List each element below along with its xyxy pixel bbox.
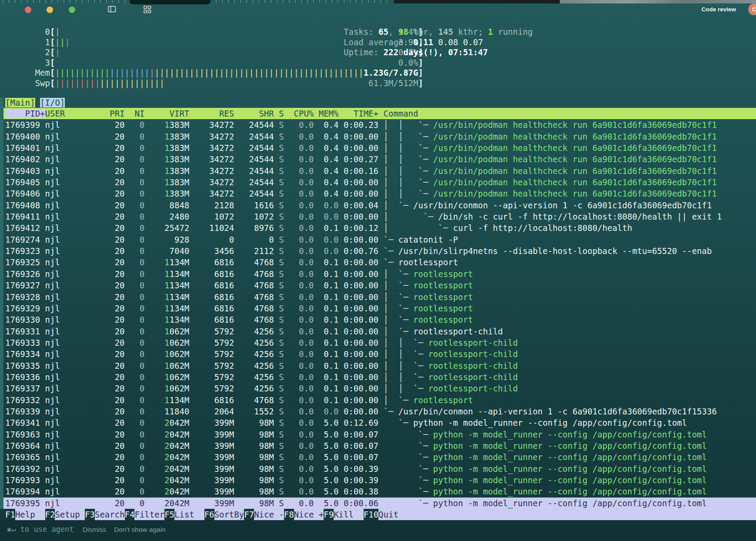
fnlabel-sortby[interactable]: SortBy <box>214 509 244 520</box>
fnlabel-filter[interactable]: Filter <box>134 509 164 520</box>
fnlabel-nice-[interactable]: Nice + <box>294 509 324 520</box>
column-header-mem[interactable]: MEM% <box>314 109 338 118</box>
column-header-command[interactable]: Command <box>378 109 418 118</box>
fnkey-f2[interactable]: F2 <box>45 509 55 520</box>
process-row[interactable]: 1769405 njl 20 0 1383M 34272 24544 S 0.0… <box>0 177 756 188</box>
process-row[interactable]: 1769364 njl 20 0 2042M 399M 98M S 0.0 5.… <box>0 440 756 451</box>
cell-user: njl <box>45 304 95 313</box>
process-row[interactable]: 1769325 njl 20 0 1134M 6816 4768 S 0.0 0… <box>0 257 756 268</box>
cell-user: njl <box>45 246 95 256</box>
app-grid-icon[interactable] <box>144 6 151 15</box>
process-row[interactable]: 1769363 njl 20 0 2042M 399M 98M S 0.0 5.… <box>0 429 756 440</box>
process-row[interactable]: 1769336 njl 20 0 1062M 5792 4256 S 0.0 0… <box>0 371 756 383</box>
column-header-user[interactable]: USER <box>45 109 95 118</box>
fnkey-f6[interactable]: F6 <box>204 509 214 520</box>
dismiss-button[interactable]: Dismiss <box>83 526 106 533</box>
process-row[interactable]: 1769399 njl 20 0 1383M 34272 24544 S 0.0… <box>0 119 756 130</box>
process-row[interactable]: 1769402 njl 20 0 1383M 34272 24544 S 0.0… <box>0 154 756 165</box>
cell-user: njl <box>45 372 95 382</box>
fnlabel-kill[interactable]: Kill <box>334 509 364 520</box>
process-row[interactable]: 1769330 njl 20 0 1134M 6816 4768 S 0.0 0… <box>0 314 756 325</box>
fnkey-f5[interactable]: F5 <box>164 509 174 520</box>
process-row[interactable]: 1769394 njl 20 0 2042M 399M 98M S 0.0 5.… <box>0 486 756 497</box>
minimize-button[interactable] <box>47 7 53 13</box>
process-row[interactable]: 1769335 njl 20 0 1062M 5792 4256 S 0.0 0… <box>0 360 756 371</box>
cell-state: S <box>274 475 284 485</box>
cell-pid: 1769400 <box>5 132 45 141</box>
process-row[interactable]: 1769412 njl 20 0 25472 11024 8976 S 0.0 … <box>0 222 756 234</box>
process-row[interactable]: 1769408 njl 20 0 8848 2128 1616 S 0.0 0.… <box>0 200 756 211</box>
column-header-shr[interactable]: SHR <box>234 109 274 118</box>
zoom-button[interactable] <box>69 7 75 13</box>
process-row[interactable]: 1769331 njl 20 0 1062M 5792 4256 S 0.0 0… <box>0 326 756 337</box>
meter-value: 1.23G/7.87G <box>364 68 418 77</box>
cell-tree: │ │ `─ <box>383 120 433 130</box>
process-row[interactable]: 1769411 njl 20 0 2480 1072 1072 S 0.0 0.… <box>0 211 756 222</box>
cell-mem: 0.1 <box>314 281 338 290</box>
fnlabel-list[interactable]: List <box>174 509 204 520</box>
tab-io[interactable]: [I/O] <box>40 98 65 107</box>
cell-virt: 062M <box>170 349 190 359</box>
cell-cpu: 0.0 <box>284 120 314 130</box>
fnkey-f4[interactable]: F4 <box>125 509 135 520</box>
cell-command: rootlessport <box>413 304 473 313</box>
column-header-state[interactable]: S <box>274 109 284 118</box>
cell-command: rootlessport <box>398 257 458 267</box>
close-button[interactable] <box>25 7 31 13</box>
column-header-cpu[interactable]: CPU% <box>284 109 314 118</box>
process-row[interactable]: 1769326 njl 20 0 1134M 6816 4768 S 0.0 0… <box>0 268 756 280</box>
fnkey-f8[interactable]: F8 <box>284 509 294 520</box>
process-row[interactable]: 1769337 njl 20 0 1062M 5792 4256 S 0.0 0… <box>0 383 756 394</box>
code-review-badge[interactable]: C <box>749 4 756 14</box>
process-row[interactable]: 1769400 njl 20 0 1383M 34272 24544 S 0.0… <box>0 131 756 142</box>
process-row[interactable]: 1769403 njl 20 0 1383M 34272 24544 S 0.0… <box>0 165 756 177</box>
fnkey-f9[interactable]: F9 <box>324 509 334 520</box>
process-row[interactable]: 1769334 njl 20 0 1062M 5792 4256 S 0.0 0… <box>0 348 756 360</box>
column-header-ni[interactable]: NI <box>125 109 145 118</box>
column-header-res[interactable]: RES <box>189 109 234 118</box>
cell-shr: 8976 <box>234 223 274 233</box>
fnkey-f7[interactable]: F7 <box>244 509 254 520</box>
process-row[interactable]: 1769333 njl 20 0 1062M 5792 4256 S 0.0 0… <box>0 337 756 348</box>
cell-res: 5792 <box>189 372 234 382</box>
process-row[interactable]: 1769327 njl 20 0 1134M 6816 4768 S 0.0 0… <box>0 280 756 291</box>
process-row[interactable]: 1769328 njl 20 0 1134M 6816 4768 S 0.0 0… <box>0 291 756 303</box>
cell-shr: 4256 <box>234 361 274 371</box>
fnkey-f10[interactable]: F10 <box>364 509 378 520</box>
fnkey-f3[interactable]: F3 <box>85 509 95 520</box>
code-review-label[interactable]: Code review <box>701 6 736 13</box>
fnlabel-search[interactable]: Search <box>95 509 125 520</box>
process-row[interactable]: 1769332 njl 20 0 1134M 6816 4768 S 0.0 0… <box>0 394 756 406</box>
process-row[interactable]: 1769323 njl 20 0 7040 3456 2112 S 0.0 0.… <box>0 245 756 257</box>
fnlabel-nice-[interactable]: Nice - <box>254 509 284 520</box>
sidebar-toggle-icon[interactable] <box>108 6 116 14</box>
fnlabel-setup[interactable]: Setup <box>55 509 85 520</box>
process-row[interactable]: 1769392 njl 20 0 2042M 399M 98M S 0.0 5.… <box>0 463 756 474</box>
process-row-selected[interactable]: 1769395 njl 20 0 2042M 399M 98M S 0.0 5.… <box>0 498 756 509</box>
process-row[interactable]: 1769393 njl 20 0 2042M 399M 98M S 0.0 5.… <box>0 474 756 486</box>
cell-shr: 98M <box>234 487 274 496</box>
cell-shr: 1072 <box>234 212 274 221</box>
fnkey-f1[interactable]: F1 <box>0 509 15 520</box>
process-row[interactable]: 1769274 njl 20 0 928 0 0 S 0.0 0.0 0:00.… <box>0 234 756 245</box>
cell-state: S <box>274 498 284 508</box>
cell-time: 0:00.76 <box>338 246 378 256</box>
cell-pri: 20 <box>95 200 125 210</box>
process-row[interactable]: 1769365 njl 20 0 2042M 399M 98M S 0.0 5.… <box>0 451 756 463</box>
process-row[interactable]: 1769339 njl 20 0 11840 2064 1552 S 0.0 0… <box>0 406 756 417</box>
process-row[interactable]: 1769329 njl 20 0 1134M 6816 4768 S 0.0 0… <box>0 303 756 314</box>
column-header-time[interactable]: TIME+ <box>338 109 378 118</box>
dont-show-again-button[interactable]: Don't show again <box>114 526 165 533</box>
tab-main[interactable]: [Main] <box>5 98 35 107</box>
column-header-pid[interactable]: PID+ <box>5 109 45 118</box>
cell-cpu: 0.0 <box>284 487 314 496</box>
process-row[interactable]: 1769401 njl 20 0 1383M 34272 24544 S 0.0… <box>0 142 756 154</box>
column-header-pri[interactable]: PRI <box>95 109 125 118</box>
process-row[interactable]: 1769406 njl 20 0 1383M 34272 24544 S 0.0… <box>0 188 756 199</box>
cell-shr: 1616 <box>234 200 274 210</box>
fnlabel-help[interactable]: Help <box>15 509 45 520</box>
column-header-virt[interactable]: VIRT <box>144 109 189 118</box>
cell-state: S <box>274 200 284 210</box>
fnlabel-quit[interactable]: Quit <box>378 509 408 520</box>
process-row[interactable]: 1769341 njl 20 0 2042M 399M 98M S 0.0 5.… <box>0 417 756 428</box>
